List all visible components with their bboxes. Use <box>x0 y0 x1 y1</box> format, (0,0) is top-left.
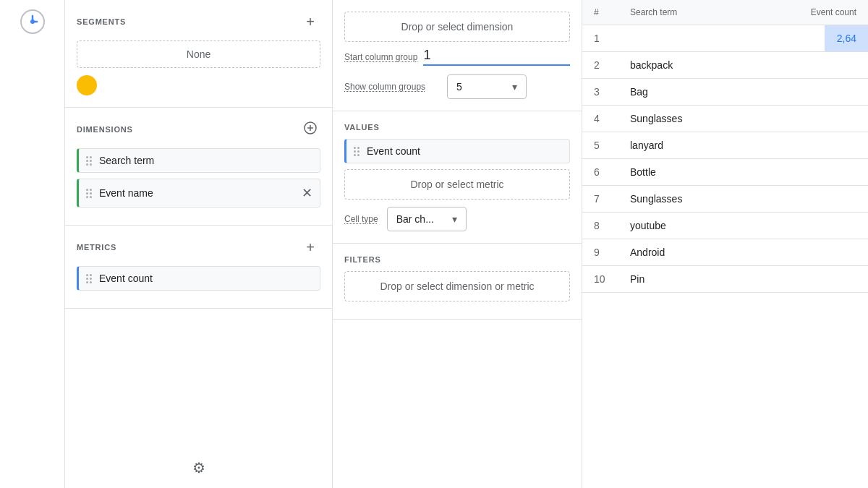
value-item-event-count[interactable]: Event count <box>344 139 570 163</box>
row-value <box>749 186 868 213</box>
settings-section: ⚙ <box>65 448 332 488</box>
row-value <box>749 79 868 106</box>
drop-filter-zone[interactable]: Drop or select dimension or metric <box>344 271 570 301</box>
segments-none: None <box>77 40 320 68</box>
show-column-groups-value: 5 <box>456 81 462 93</box>
row-name: youtube <box>618 213 749 239</box>
filters-section: FILTERS Drop or select dimension or metr… <box>333 244 582 320</box>
table-row: 7Sunglasses <box>582 186 868 213</box>
row-name: Pin <box>618 266 749 293</box>
row-name: backpack <box>618 52 749 79</box>
dimensions-section: DIMENSIONS Search term Event name ✕ <box>65 108 332 226</box>
row-number: 5 <box>582 132 618 159</box>
chevron-down-icon: ▾ <box>512 81 517 93</box>
add-dimension-icon <box>304 121 317 138</box>
add-dimension-button[interactable] <box>300 119 320 140</box>
row-value <box>749 239 868 266</box>
drop-dimension-zone[interactable]: Drop or select dimension <box>344 12 570 42</box>
data-table: # Search term Event count 12,642backpack… <box>582 0 868 488</box>
col-value-header: Event count <box>749 0 868 25</box>
dimension-item-search-term[interactable]: Search term <box>77 148 320 173</box>
filters-title: FILTERS <box>344 255 570 264</box>
svg-point-1 <box>30 20 35 24</box>
values-section: VALUES Event count Drop or select metric… <box>333 111 582 244</box>
segments-section: SEGMENTS + None <box>65 0 332 108</box>
value-label: Event count <box>367 145 420 157</box>
chevron-down-icon: ▾ <box>452 213 457 225</box>
dimensions-title: DIMENSIONS <box>77 125 133 134</box>
row-name: Bag <box>618 79 749 106</box>
column-settings-section: Drop or select dimension Start column gr… <box>333 0 582 111</box>
row-number: 6 <box>582 159 618 186</box>
table-row: 2backpack <box>582 52 868 79</box>
drop-metric-zone[interactable]: Drop or select metric <box>344 169 570 200</box>
cell-type-label: Cell type <box>344 214 378 224</box>
add-metric-button[interactable]: + <box>300 237 320 257</box>
config-panel: SEGMENTS + None DIMENSIONS Search term <box>65 0 333 488</box>
table-row: 12,64 <box>582 25 868 52</box>
row-value: 2,64 <box>749 25 868 52</box>
dimension-label: Search term <box>99 155 312 166</box>
row-value <box>749 106 868 132</box>
metric-item-event-count[interactable]: Event count <box>77 266 320 291</box>
app-logo <box>17 6 48 38</box>
row-name: lanyard <box>618 132 749 159</box>
row-number: 3 <box>582 79 618 106</box>
cell-type-value: Bar ch... <box>396 213 434 225</box>
dimension-item-event-name[interactable]: Event name ✕ <box>77 179 320 207</box>
drag-icon <box>86 156 92 166</box>
sidebar <box>0 0 65 488</box>
row-number: 8 <box>582 213 618 239</box>
middle-panel: Drop or select dimension Start column gr… <box>333 0 582 488</box>
metric-label: Event count <box>99 273 312 284</box>
row-name: Bottle <box>618 159 749 186</box>
start-column-group-label: Start column group <box>344 52 417 62</box>
row-number: 4 <box>582 106 618 132</box>
values-title: VALUES <box>344 123 570 132</box>
gear-icon[interactable]: ⚙ <box>192 459 205 476</box>
row-number: 10 <box>582 266 618 293</box>
col-name-header: Search term <box>618 0 749 25</box>
table-row: 8youtube <box>582 213 868 239</box>
row-name <box>618 25 749 52</box>
col-num-header: # <box>582 0 618 25</box>
metrics-section: METRICS + Event count <box>65 226 332 309</box>
row-value <box>749 159 868 186</box>
start-column-group-value[interactable]: 1 <box>423 48 570 66</box>
table-row: 3Bag <box>582 79 868 106</box>
row-number: 2 <box>582 52 618 79</box>
cell-type-select[interactable]: Bar ch... ▾ <box>387 207 467 231</box>
dimension-label: Event name <box>99 187 302 199</box>
add-segment-button[interactable]: + <box>300 12 320 32</box>
row-value <box>749 213 868 239</box>
table-row: 6Bottle <box>582 159 868 186</box>
table-row: 10Pin <box>582 266 868 293</box>
remove-dimension-button[interactable]: ✕ <box>302 185 312 201</box>
drag-icon <box>86 274 92 283</box>
row-number: 7 <box>582 186 618 213</box>
segment-indicator <box>77 75 97 95</box>
table-row: 4Sunglasses <box>582 106 868 132</box>
segments-title: SEGMENTS <box>77 17 126 26</box>
row-value <box>749 132 868 159</box>
drag-icon <box>354 147 359 156</box>
show-column-groups-label: Show column groups <box>344 82 438 92</box>
row-name: Android <box>618 239 749 266</box>
row-value <box>749 266 868 293</box>
table-row: 9Android <box>582 239 868 266</box>
table-row: 5lanyard <box>582 132 868 159</box>
row-value <box>749 52 868 79</box>
show-column-groups-select[interactable]: 5 ▾ <box>447 74 527 99</box>
row-name: Sunglasses <box>618 186 749 213</box>
drag-icon <box>86 189 92 198</box>
row-number: 9 <box>582 239 618 266</box>
row-name: Sunglasses <box>618 106 749 132</box>
row-number: 1 <box>582 25 618 52</box>
metrics-title: METRICS <box>77 243 116 252</box>
